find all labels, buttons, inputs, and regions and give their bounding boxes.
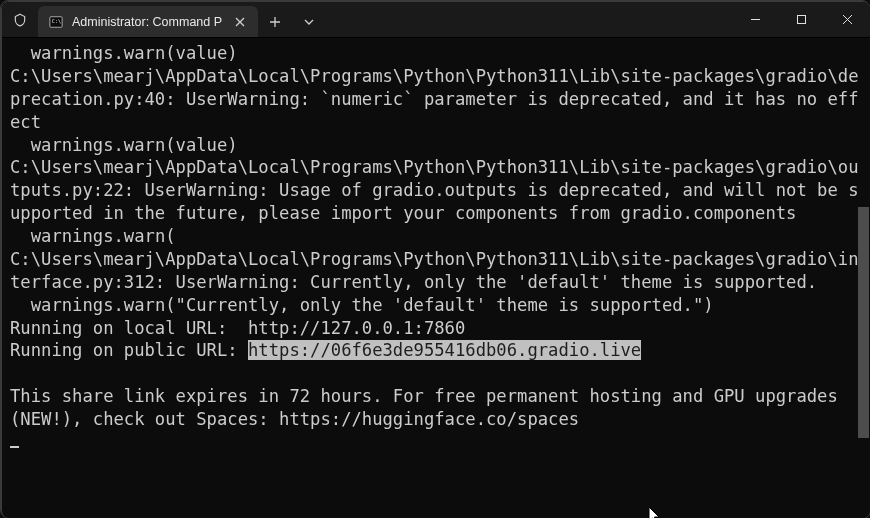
close-window-button[interactable]: [824, 2, 870, 37]
text-caret: [10, 446, 19, 448]
output-line: C:\Users\mearj\AppData\Local\Programs\Py…: [10, 66, 859, 132]
maximize-button[interactable]: [778, 2, 824, 37]
output-line: C:\Users\mearj\AppData\Local\Programs\Py…: [10, 157, 859, 223]
scrollbar[interactable]: [858, 38, 869, 518]
mouse-cursor-icon: [648, 506, 662, 518]
titlebar-drag-region[interactable]: [326, 2, 732, 37]
output-line: warnings.warn(value): [10, 43, 238, 63]
admin-shield-icon: [2, 2, 38, 37]
tab-title: Administrator: Command Pro: [72, 15, 222, 29]
svg-text:C:\: C:\: [52, 17, 61, 23]
output-line: warnings.warn(: [10, 226, 176, 246]
titlebar: C:\ Administrator: Command Pro: [2, 2, 870, 38]
tab-dropdown-button[interactable]: [292, 6, 326, 37]
tab-active[interactable]: C:\ Administrator: Command Pro: [38, 6, 258, 37]
terminal-output[interactable]: warnings.warn(value) C:\Users\mearj\AppD…: [2, 38, 870, 518]
svg-rect-7: [797, 16, 805, 24]
output-line: Running on local URL: http://127.0.0.1:7…: [10, 318, 465, 338]
new-tab-button[interactable]: [258, 6, 292, 37]
public-url-selected[interactable]: https://06f6e3de955416db06.gradio.live: [248, 340, 641, 360]
output-line: This share link expires in 72 hours. For…: [10, 386, 848, 429]
output-line: warnings.warn(value): [10, 135, 238, 155]
scrollbar-thumb[interactable]: [858, 207, 869, 438]
output-line: warnings.warn("Currently, only the 'defa…: [10, 295, 714, 315]
minimize-button[interactable]: [732, 2, 778, 37]
cmd-icon: C:\: [48, 14, 64, 30]
tab-close-button[interactable]: [230, 12, 250, 32]
public-url-prefix: Running on public URL:: [10, 340, 248, 360]
output-line: C:\Users\mearj\AppData\Local\Programs\Py…: [10, 249, 859, 292]
